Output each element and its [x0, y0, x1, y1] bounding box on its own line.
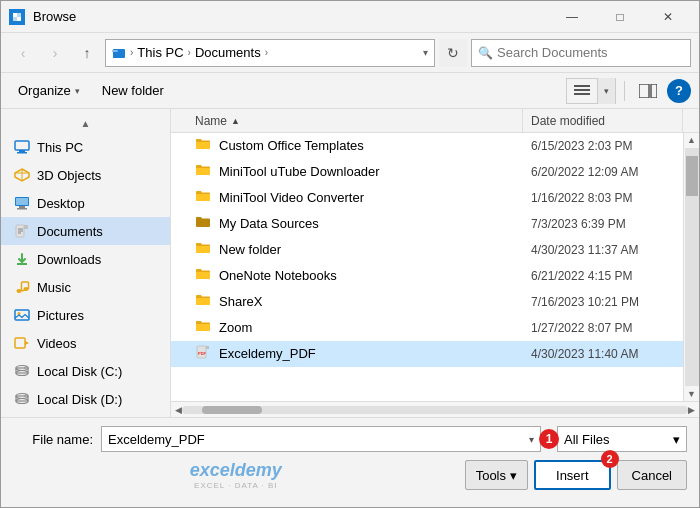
- svg-line-32: [22, 289, 29, 291]
- scroll-track[interactable]: [685, 148, 699, 386]
- sidebar-item-desktop[interactable]: Desktop: [1, 189, 170, 217]
- sidebar-item-this-pc[interactable]: This PC: [1, 133, 170, 161]
- file-cell-date: 4/30/2023 11:37 AM: [523, 237, 683, 262]
- file-icon: [195, 319, 211, 336]
- organize-button[interactable]: Organize ▾: [9, 78, 89, 104]
- filename-input[interactable]: Exceldemy_PDF ▾: [101, 426, 541, 452]
- refresh-button[interactable]: ↻: [439, 39, 467, 67]
- close-button[interactable]: ✕: [645, 1, 691, 33]
- file-cell-name: PDF Exceldemy_PDF: [187, 341, 523, 366]
- 3d-objects-icon: [13, 166, 31, 184]
- forward-button[interactable]: ›: [41, 39, 69, 67]
- horizontal-scrollbar[interactable]: ◀ ▶: [171, 401, 699, 417]
- filename-label: File name:: [13, 432, 93, 447]
- scroll-down-arrow[interactable]: ▼: [685, 387, 699, 401]
- minimize-button[interactable]: —: [549, 1, 595, 33]
- filetype-select[interactable]: All Files ▾: [557, 426, 687, 452]
- svg-rect-4: [17, 17, 21, 21]
- file-row[interactable]: PDF Exceldemy_PDF 4/30/2023 11:40 AM: [171, 341, 683, 367]
- sidebar-item-music[interactable]: Music: [1, 273, 170, 301]
- desktop-label: Desktop: [37, 196, 85, 211]
- file-cell-date: 6/15/2023 2:03 PM: [523, 133, 683, 158]
- desktop-icon: [13, 194, 31, 212]
- col-header-name[interactable]: Name ▲: [187, 109, 523, 132]
- preview-pane-button[interactable]: [633, 78, 663, 104]
- svg-rect-20: [16, 198, 28, 205]
- file-icon: [195, 215, 211, 232]
- file-cell-date: 6/20/2022 12:09 AM: [523, 159, 683, 184]
- sidebar-item-pictures[interactable]: Pictures: [1, 301, 170, 329]
- sidebar-item-downloads[interactable]: Downloads: [1, 245, 170, 273]
- path-documents[interactable]: Documents: [195, 45, 261, 60]
- file-row[interactable]: Custom Office Templates 6/15/2023 2:03 P…: [171, 133, 683, 159]
- downloads-icon: [13, 250, 31, 268]
- path-bar[interactable]: › This PC › Documents › ▾: [105, 39, 435, 67]
- search-box[interactable]: 🔍: [471, 39, 691, 67]
- file-row[interactable]: MiniTool Video Converter 1/16/2022 8:03 …: [171, 185, 683, 211]
- sort-arrow: ▲: [231, 116, 240, 126]
- svg-rect-54: [206, 346, 209, 349]
- view-details-button[interactable]: [567, 78, 597, 104]
- svg-rect-22: [17, 208, 27, 210]
- file-list-header: Name ▲ Date modified: [171, 109, 699, 133]
- svg-rect-13: [15, 141, 29, 150]
- scroll-up-arrow[interactable]: ▲: [685, 133, 699, 147]
- path-dropdown-arrow[interactable]: ▾: [423, 47, 428, 58]
- file-name: MiniTool Video Converter: [219, 190, 364, 205]
- sidebar-item-documents[interactable]: Documents: [1, 217, 170, 245]
- vertical-scrollbar[interactable]: ▲ ▼: [683, 133, 699, 401]
- cancel-button[interactable]: Cancel: [617, 460, 687, 490]
- svg-rect-11: [639, 84, 649, 98]
- sidebar-item-3d-objects[interactable]: 3D Objects: [1, 161, 170, 189]
- filename-value: Exceldemy_PDF: [108, 432, 205, 447]
- maximize-button[interactable]: □: [597, 1, 643, 33]
- view-dropdown-arrow[interactable]: ▾: [597, 78, 615, 104]
- music-icon: [13, 278, 31, 296]
- sidebar-item-local-d[interactable]: Local Disk (D:): [1, 385, 170, 413]
- path-this-pc[interactable]: This PC: [137, 45, 183, 60]
- file-list: Custom Office Templates 6/15/2023 2:03 P…: [171, 133, 683, 401]
- file-row[interactable]: MiniTool uTube Downloader 6/20/2022 12:0…: [171, 159, 683, 185]
- dialog-title: Browse: [33, 9, 549, 24]
- col-date-label: Date modified: [531, 114, 605, 128]
- sidebar-item-videos[interactable]: Videos: [1, 329, 170, 357]
- file-name: New folder: [219, 242, 281, 257]
- file-cell-date: 7/16/2023 10:21 PM: [523, 289, 683, 314]
- downloads-label: Downloads: [37, 252, 101, 267]
- 3d-objects-label: 3D Objects: [37, 168, 101, 183]
- svg-rect-7: [112, 50, 118, 52]
- tools-button[interactable]: Tools ▾: [465, 460, 528, 490]
- title-bar: Browse — □ ✕: [1, 1, 699, 33]
- sidebar-item-local-c[interactable]: Local Disk (C:): [1, 357, 170, 385]
- file-row[interactable]: New folder 4/30/2023 11:37 AM: [171, 237, 683, 263]
- new-folder-button[interactable]: New folder: [93, 78, 173, 104]
- file-row[interactable]: My Data Sources 7/3/2023 6:39 PM: [171, 211, 683, 237]
- file-icon: [195, 293, 211, 310]
- svg-rect-15: [17, 152, 27, 154]
- h-scroll-left[interactable]: ◀: [175, 405, 182, 415]
- h-scroll-thumb: [202, 406, 262, 414]
- insert-button[interactable]: Insert: [534, 460, 611, 490]
- h-scroll-track[interactable]: [182, 406, 688, 414]
- file-row[interactable]: Zoom 1/27/2022 8:07 PM: [171, 315, 683, 341]
- help-button[interactable]: ?: [667, 79, 691, 103]
- search-input[interactable]: [497, 45, 684, 60]
- h-scroll-right[interactable]: ▶: [688, 405, 695, 415]
- main-content: ▲ This PC 3D Objects Desktop: [1, 109, 699, 417]
- file-cell-name: OneNote Notebooks: [187, 263, 523, 288]
- svg-rect-38: [15, 338, 25, 348]
- sidebar: ▲ This PC 3D Objects Desktop: [1, 109, 171, 417]
- svg-rect-8: [574, 85, 590, 87]
- up-button[interactable]: ↑: [73, 39, 101, 67]
- file-cell-name: ShareX: [187, 289, 523, 314]
- insert-button-container: Insert 2: [534, 460, 611, 490]
- sidebar-scroll-up[interactable]: ▲: [1, 113, 170, 133]
- toolbar: Organize ▾ New folder ▾ ?: [1, 73, 699, 109]
- file-row[interactable]: OneNote Notebooks 6/21/2022 4:15 PM: [171, 263, 683, 289]
- local-d-label: Local Disk (D:): [37, 392, 122, 407]
- file-row[interactable]: ShareX 7/16/2023 10:21 PM: [171, 289, 683, 315]
- back-button[interactable]: ‹: [9, 39, 37, 67]
- videos-label: Videos: [37, 336, 77, 351]
- svg-rect-36: [15, 310, 29, 320]
- col-header-date[interactable]: Date modified: [523, 109, 683, 132]
